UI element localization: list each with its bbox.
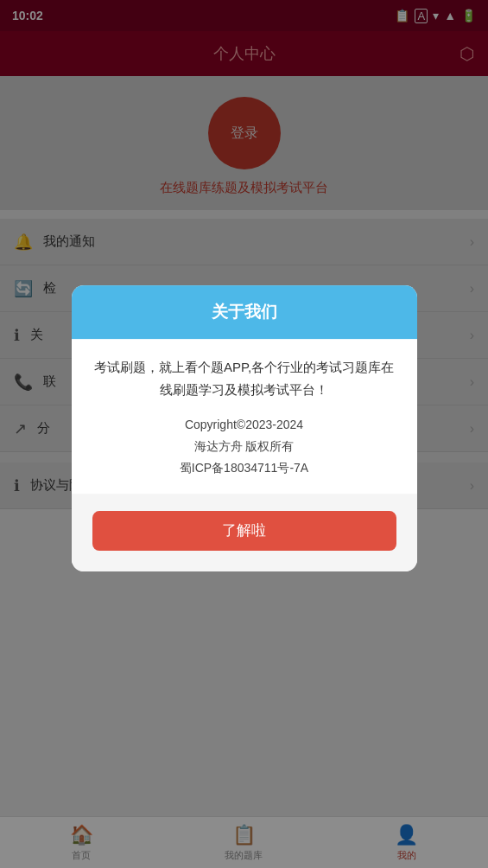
copyright-line2: 海达方舟 版权所有 bbox=[92, 436, 396, 457]
modal-footer: 了解啦 bbox=[72, 494, 417, 571]
about-modal: 关于我们 考试刷题，就上看个题APP,各个行业的考试习题库在线刷题学习及模拟考试… bbox=[72, 285, 417, 571]
modal-description: 考试刷题，就上看个题APP,各个行业的考试习题库在线刷题学习及模拟考试平台！ bbox=[92, 356, 396, 400]
modal-body: 考试刷题，就上看个题APP,各个行业的考试习题库在线刷题学习及模拟考试平台！ C… bbox=[72, 339, 417, 480]
modal-title: 关于我们 bbox=[212, 303, 277, 321]
understand-button[interactable]: 了解啦 bbox=[92, 511, 396, 551]
modal-copyright: Copyright©2023-2024 海达方舟 版权所有 蜀ICP备18034… bbox=[92, 414, 396, 480]
copyright-line3: 蜀ICP备18034711号-7A bbox=[92, 457, 396, 479]
copyright-line1: Copyright©2023-2024 bbox=[92, 414, 396, 436]
modal-header: 关于我们 bbox=[72, 285, 417, 339]
